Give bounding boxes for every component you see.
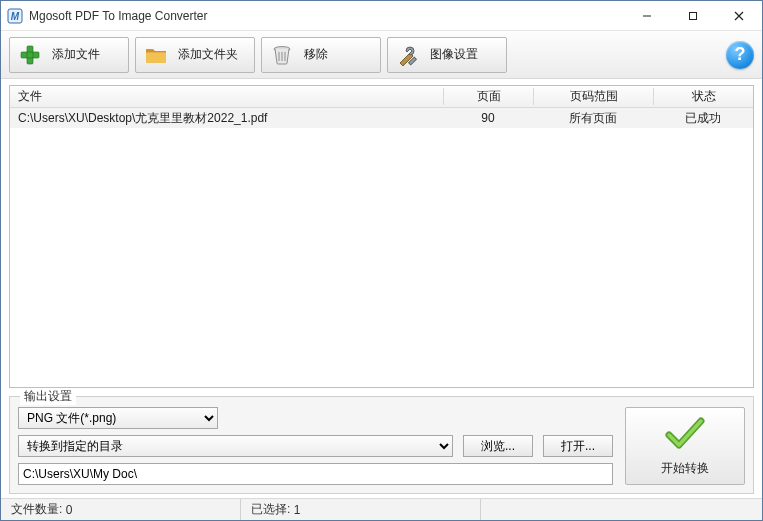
col-file[interactable]: 文件 — [10, 88, 443, 105]
remove-label: 移除 — [304, 46, 328, 63]
col-pages[interactable]: 页面 — [443, 88, 533, 105]
file-list: 文件 页面 页码范围 状态 C:\Users\XU\Desktop\尤克里里教材… — [9, 85, 754, 388]
destination-select[interactable]: 转换到指定的目录 — [18, 435, 453, 457]
statusbar: 文件数量: 0 已选择: 1 — [1, 498, 762, 520]
add-folder-button[interactable]: 添加文件夹 — [135, 37, 255, 73]
help-icon: ? — [735, 44, 746, 65]
file-list-body[interactable]: C:\Users\XU\Desktop\尤克里里教材2022_1.pdf 90 … — [10, 108, 753, 387]
help-button[interactable]: ? — [726, 41, 754, 69]
svg-rect-4 — [21, 52, 39, 58]
window-controls — [624, 1, 762, 30]
status-spacer — [481, 499, 762, 520]
start-convert-label: 开始转换 — [661, 460, 709, 477]
file-count-value: 0 — [66, 503, 73, 517]
tools-icon — [396, 43, 420, 67]
cell-range: 所有页面 — [533, 110, 653, 127]
close-button[interactable] — [716, 1, 762, 30]
folder-icon — [144, 43, 168, 67]
trash-icon — [270, 43, 294, 67]
window-title: Mgosoft PDF To Image Converter — [29, 9, 624, 23]
app-window: M Mgosoft PDF To Image Converter 添加文件 — [0, 0, 763, 521]
content-area: 文件 页面 页码范围 状态 C:\Users\XU\Desktop\尤克里里教材… — [1, 79, 762, 498]
selected-value: 1 — [294, 503, 301, 517]
cell-file: C:\Users\XU\Desktop\尤克里里教材2022_1.pdf — [10, 110, 443, 127]
cell-status: 已成功 — [653, 110, 753, 127]
toolbar: 添加文件 添加文件夹 移除 图像设置 ? — [1, 31, 762, 79]
plus-icon — [18, 43, 42, 67]
image-settings-label: 图像设置 — [430, 46, 478, 63]
output-settings-legend: 输出设置 — [20, 388, 76, 405]
file-list-header: 文件 页面 页码范围 状态 — [10, 86, 753, 108]
status-file-count: 文件数量: 0 — [1, 499, 241, 520]
add-file-button[interactable]: 添加文件 — [9, 37, 129, 73]
add-folder-label: 添加文件夹 — [178, 46, 238, 63]
cell-pages: 90 — [443, 111, 533, 125]
col-range[interactable]: 页码范围 — [533, 88, 653, 105]
remove-button[interactable]: 移除 — [261, 37, 381, 73]
file-count-label: 文件数量: — [11, 501, 62, 518]
open-button[interactable]: 打开... — [543, 435, 613, 457]
minimize-button[interactable] — [624, 1, 670, 30]
check-icon — [663, 415, 707, 454]
output-settings-group: 输出设置 PNG 文件(*.png) 转换到指定的目录 浏览... 打开... — [9, 396, 754, 494]
start-convert-button[interactable]: 开始转换 — [625, 407, 745, 485]
file-list-row[interactable]: C:\Users\XU\Desktop\尤克里里教材2022_1.pdf 90 … — [10, 108, 753, 128]
format-select[interactable]: PNG 文件(*.png) — [18, 407, 218, 429]
selected-label: 已选择: — [251, 501, 290, 518]
svg-text:M: M — [11, 11, 20, 22]
col-status[interactable]: 状态 — [653, 88, 753, 105]
svg-rect-2 — [690, 12, 697, 19]
output-path-input[interactable] — [18, 463, 613, 485]
browse-button[interactable]: 浏览... — [463, 435, 533, 457]
maximize-button[interactable] — [670, 1, 716, 30]
add-file-label: 添加文件 — [52, 46, 100, 63]
status-selected: 已选择: 1 — [241, 499, 481, 520]
app-icon: M — [7, 8, 23, 24]
titlebar: M Mgosoft PDF To Image Converter — [1, 1, 762, 31]
image-settings-button[interactable]: 图像设置 — [387, 37, 507, 73]
